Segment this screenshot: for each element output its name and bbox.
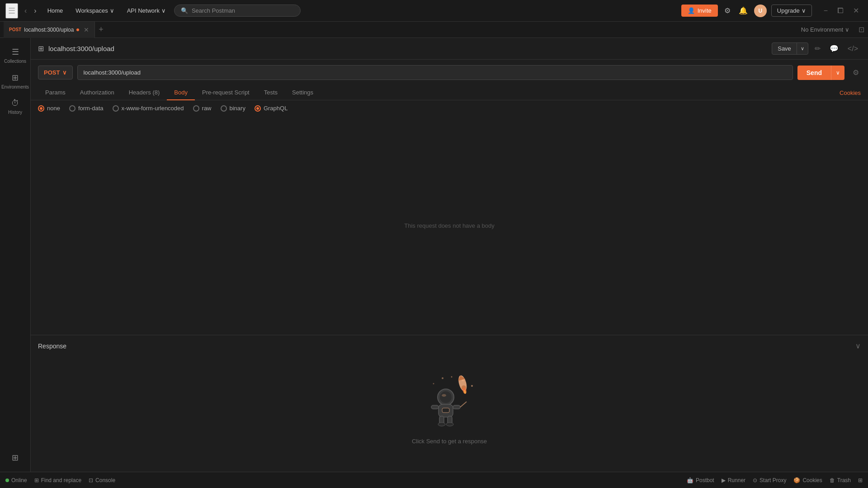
body-option-x-www[interactable]: x-www-form-urlencoded xyxy=(113,105,184,112)
send-dropdown-arrow[interactable]: ∨ xyxy=(831,66,844,80)
avatar[interactable]: U xyxy=(754,5,767,17)
search-icon: 🔍 xyxy=(181,7,188,14)
method-chevron: ∨ xyxy=(62,69,67,76)
new-tab-button[interactable]: + xyxy=(95,23,107,36)
close-button[interactable]: ✕ xyxy=(849,5,863,17)
upgrade-button[interactable]: Upgrade ∨ xyxy=(771,5,812,17)
chevron-down-icon: ∨ xyxy=(161,7,166,14)
request-type-icon: ⊞ xyxy=(38,44,44,53)
home-button[interactable]: Home xyxy=(43,5,68,16)
save-dropdown-arrow[interactable]: ∨ xyxy=(797,43,808,54)
request-tabs: Params Authorization Headers (8) Body Pr… xyxy=(31,85,868,100)
url-input[interactable] xyxy=(77,65,793,80)
console-button[interactable]: ⊡ Console xyxy=(89,477,115,483)
response-empty-text: Click Send to get a response xyxy=(412,438,487,445)
sidebar-item-more[interactable]: ⊞ xyxy=(2,449,28,466)
body-option-none[interactable]: none xyxy=(38,105,60,112)
bottom-bar: Online ⊞ Find and replace ⊡ Console 🤖 Po… xyxy=(0,472,868,488)
proxy-icon: ⊙ xyxy=(753,477,757,483)
response-section: Response ∨ xyxy=(31,335,868,472)
invite-icon: 👤 xyxy=(688,7,695,14)
request-tab-active[interactable]: POST localhost:3000/uploa ✕ xyxy=(4,22,95,38)
forward-button[interactable]: › xyxy=(31,5,39,17)
search-bar[interactable]: 🔍 Search Postman xyxy=(174,5,301,17)
sidebar-toggle-right[interactable]: ⊡ xyxy=(855,23,868,36)
sidebar-item-environments[interactable]: ⊞ Environments xyxy=(2,69,28,93)
radio-raw xyxy=(193,105,199,112)
more-icon: ⊞ xyxy=(12,453,19,463)
environment-selector[interactable]: No Environment ∨ xyxy=(796,24,855,35)
invite-button[interactable]: 👤 Invite xyxy=(681,5,718,17)
back-button[interactable]: ‹ xyxy=(22,5,29,17)
online-status[interactable]: Online xyxy=(5,477,27,483)
menu-icon[interactable]: ☰ xyxy=(5,3,18,19)
body-option-form-data[interactable]: form-data xyxy=(69,105,104,112)
radio-none xyxy=(38,105,44,112)
chevron-down-icon: ∨ xyxy=(845,26,849,33)
find-replace-icon: ⊞ xyxy=(34,477,39,483)
postbot-button[interactable]: 🤖 Postbot xyxy=(687,477,714,483)
find-replace-button[interactable]: ⊞ Find and replace xyxy=(34,477,81,483)
console-icon: ⊡ xyxy=(89,477,93,483)
sidebar-item-collections[interactable]: ☰ Collections xyxy=(2,43,28,67)
cookies-icon: 🍪 xyxy=(793,477,800,483)
svg-rect-14 xyxy=(431,405,439,409)
api-network-button[interactable]: API Network ∨ xyxy=(123,5,170,16)
tab-body[interactable]: Body xyxy=(167,85,195,100)
trash-button[interactable]: 🗑 Trash xyxy=(830,477,851,483)
tab-tests[interactable]: Tests xyxy=(257,85,285,100)
response-chevron-icon: ∨ xyxy=(855,342,861,350)
minimize-button[interactable]: − xyxy=(820,5,831,17)
bottom-right: 🤖 Postbot ▶ Runner ⊙ Start Proxy 🍪 Cooki… xyxy=(687,477,863,483)
tabs-bar: POST localhost:3000/uploa ✕ + No Environ… xyxy=(0,22,868,38)
tab-headers[interactable]: Headers (8) xyxy=(122,85,167,100)
response-empty: Click Send to get a response xyxy=(31,357,868,472)
maximize-button[interactable]: ⧠ xyxy=(833,5,848,17)
environments-icon: ⊞ xyxy=(12,73,19,83)
tab-params[interactable]: Params xyxy=(38,85,73,100)
edit-icon[interactable]: ✏ xyxy=(812,42,823,55)
notifications-icon[interactable]: 🔔 xyxy=(737,5,750,17)
layout-toggle[interactable]: ⊞ xyxy=(858,477,863,483)
radio-binary xyxy=(221,105,227,112)
tab-close-icon[interactable]: ✕ xyxy=(84,26,89,33)
save-button[interactable]: Save ∨ xyxy=(772,42,808,55)
tab-settings[interactable]: Settings xyxy=(285,85,321,100)
top-bar-right: 👤 Invite ⚙ 🔔 U Upgrade ∨ − ⧠ ✕ xyxy=(681,5,863,17)
method-label: POST xyxy=(44,69,60,76)
start-proxy-button[interactable]: ⊙ Start Proxy xyxy=(753,477,786,483)
svg-line-21 xyxy=(460,402,467,407)
response-header[interactable]: Response ∨ xyxy=(31,335,868,357)
body-option-raw[interactable]: raw xyxy=(193,105,212,112)
online-dot xyxy=(5,479,9,482)
cookies-bottom-button[interactable]: 🍪 Cookies xyxy=(793,477,822,483)
tab-pre-request[interactable]: Pre-request Script xyxy=(195,85,257,100)
layout-icon: ⊞ xyxy=(858,477,863,483)
svg-point-4 xyxy=(451,376,453,378)
tab-authorization[interactable]: Authorization xyxy=(73,85,122,100)
body-option-binary[interactable]: binary xyxy=(221,105,245,112)
empty-body: This request does not have a body xyxy=(31,116,868,335)
method-selector[interactable]: POST ∨ xyxy=(38,66,73,80)
sidebar-item-history[interactable]: ⏱ History xyxy=(2,95,28,118)
svg-rect-15 xyxy=(453,405,460,409)
extra-options-icon[interactable]: ⚙ xyxy=(851,66,861,79)
runner-button[interactable]: ▶ Runner xyxy=(722,477,745,483)
sidebar: ☰ Collections ⊞ Environments ⏱ History ⊞ xyxy=(0,38,31,472)
body-option-graphql[interactable]: GraphQL xyxy=(255,105,288,112)
settings-icon[interactable]: ⚙ xyxy=(722,5,732,17)
save-label[interactable]: Save xyxy=(772,43,797,54)
send-button[interactable]: Send ∨ xyxy=(797,66,844,80)
comment-icon[interactable]: 💬 xyxy=(827,42,841,55)
code-icon[interactable]: </> xyxy=(845,43,861,55)
title-actions: Save ∨ ✏ 💬 </> xyxy=(772,42,861,55)
request-title-bar: ⊞ localhost:3000/upload Save ∨ ✏ 💬 </> xyxy=(31,38,868,60)
svg-point-19 xyxy=(446,422,453,426)
cookies-button[interactable]: Cookies xyxy=(840,89,861,96)
send-label[interactable]: Send xyxy=(797,66,831,80)
svg-point-3 xyxy=(433,383,434,385)
radio-graphql xyxy=(255,105,261,112)
url-bar: POST ∨ Send ∨ ⚙ xyxy=(31,60,868,85)
workspaces-button[interactable]: Workspaces ∨ xyxy=(71,5,118,16)
postbot-icon: 🤖 xyxy=(687,477,693,483)
